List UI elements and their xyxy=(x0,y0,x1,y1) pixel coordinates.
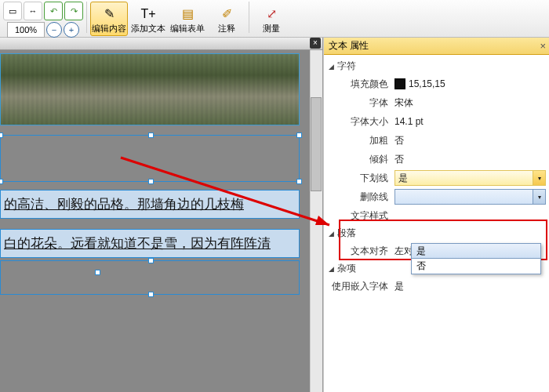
close-tab-icon[interactable]: × xyxy=(310,38,321,49)
collapse-icon: ◢ xyxy=(329,230,334,238)
ribbon-toolbar: ▭ ↔ ↶ ↷ − + ✎ 编辑内容 T+ 添加文本 ▤ 编辑表单 ✐ 注释 ⤢… xyxy=(0,0,549,38)
text-block[interactable]: 白的花朵。远看就知道不是雪，因为有阵阵清 xyxy=(0,229,300,258)
edit-content-label: 编辑内容 xyxy=(92,24,126,33)
edit-form-button[interactable]: ▤ 编辑表单 xyxy=(169,2,206,36)
color-text: 15,15,15 xyxy=(409,78,445,89)
underline-select[interactable]: 是▾ xyxy=(394,170,546,186)
resize-handle[interactable] xyxy=(0,179,3,184)
value: ▾ xyxy=(394,189,546,205)
measure-icon: ⤢ xyxy=(263,5,280,23)
resize-handle[interactable] xyxy=(148,132,154,138)
separator xyxy=(249,2,249,33)
measure-button[interactable]: ⤢ 测量 xyxy=(253,2,290,36)
page-canvas[interactable]: 的高洁、刚毅的品格。那墙角边的几枝梅 白的花朵。远看就知道不是雪，因为有阵阵清 xyxy=(0,50,310,392)
annotate-button[interactable]: ✐ 注释 xyxy=(208,2,245,36)
separator xyxy=(86,2,87,33)
label: 倾斜 xyxy=(327,153,394,166)
text-block[interactable]: 的高洁、刚毅的品格。那墙角边的几枝梅 xyxy=(0,190,300,219)
value[interactable]: 15,15,15 xyxy=(394,78,546,89)
label: 下划线 xyxy=(327,172,394,185)
chevron-down-icon[interactable]: ▾ xyxy=(533,171,545,185)
edit-content-button[interactable]: ✎ 编辑内容 xyxy=(90,2,128,36)
selection-box[interactable] xyxy=(0,135,300,182)
label: 加粗 xyxy=(327,134,394,147)
edit-form-icon: ▤ xyxy=(179,5,196,23)
label: 文本对齐 xyxy=(327,245,394,258)
collapse-icon: ◢ xyxy=(329,265,334,273)
scrollbar-thumb[interactable] xyxy=(311,97,322,191)
panel-title: 文本 属性 xyxy=(329,39,369,53)
row-fill-color: 填充颜色15,15,15 xyxy=(324,74,549,93)
row-underline: 下划线是▾ xyxy=(324,169,549,187)
document-tab-bar: × xyxy=(0,38,322,50)
value[interactable]: 否 xyxy=(394,134,546,147)
resize-handle[interactable] xyxy=(296,179,302,184)
value[interactable]: 否 xyxy=(394,153,546,166)
label: 文字样式 xyxy=(327,209,394,223)
value[interactable]: 宋体 xyxy=(394,96,546,110)
label: 字体大小 xyxy=(327,115,394,129)
edit-content-icon: ✎ xyxy=(100,5,118,23)
zoom-in-icon[interactable]: + xyxy=(64,22,79,38)
select-value: 是 xyxy=(398,172,408,185)
dropdown-option-no[interactable]: 否 xyxy=(412,258,540,274)
collapse-icon: ◢ xyxy=(329,63,334,71)
image-object[interactable] xyxy=(0,53,300,125)
add-text-icon: T+ xyxy=(140,5,157,23)
vertical-scrollbar[interactable] xyxy=(310,50,322,392)
label: 使用嵌入字体 xyxy=(327,280,394,293)
section-label: 杂项 xyxy=(337,262,356,275)
zoom-out-icon[interactable]: − xyxy=(46,22,62,38)
row-embed: 使用嵌入字体是 xyxy=(324,277,549,296)
panel-body: ◢字符 填充颜色15,15,15 字体宋体 字体大小14.1 pt 加粗否 倾斜… xyxy=(324,55,549,392)
resize-handle[interactable] xyxy=(148,292,154,297)
row-strike: 删除线▾ xyxy=(324,187,549,206)
section-label: 字符 xyxy=(337,60,356,73)
document-area: × 的高洁、刚毅的品格。那墙角边的几枝梅 白的花朵。远看就知道不是雪，因为有阵阵… xyxy=(0,38,323,392)
resize-handle[interactable] xyxy=(148,179,154,184)
rotate-right-icon[interactable]: ↷ xyxy=(64,2,83,20)
measure-label: 测量 xyxy=(263,24,280,33)
row-font-size: 字体大小14.1 pt xyxy=(324,112,549,131)
label: 删除线 xyxy=(327,191,394,204)
value: 是▾ xyxy=(394,170,546,186)
color-swatch[interactable] xyxy=(394,78,405,89)
row-bold: 加粗否 xyxy=(324,131,549,150)
value[interactable]: 14.1 pt xyxy=(394,116,546,127)
annotate-label: 注释 xyxy=(218,24,235,33)
add-text-label: 添加文本 xyxy=(131,24,165,33)
add-text-button[interactable]: T+ 添加文本 xyxy=(129,2,167,36)
row-italic: 倾斜否 xyxy=(324,150,549,169)
fit-width-icon[interactable]: ↔ xyxy=(24,2,42,20)
strike-select[interactable]: ▾ xyxy=(394,189,546,205)
view-group: ▭ ↔ ↶ ↷ − + xyxy=(3,2,83,38)
section-para[interactable]: ◢段落 xyxy=(324,225,549,241)
edit-form-label: 编辑表单 xyxy=(170,24,205,33)
fit-page-icon[interactable]: ▭ xyxy=(3,2,22,20)
row-font: 字体宋体 xyxy=(324,93,549,112)
panel-header: 文本 属性 × xyxy=(324,38,549,55)
rotate-left-icon[interactable]: ↶ xyxy=(44,2,63,20)
chevron-down-icon[interactable]: ▾ xyxy=(533,190,545,204)
strike-dropdown: 是 否 xyxy=(411,243,541,274)
row-textstyle: 文字样式 xyxy=(324,206,549,225)
main-area: × 的高洁、刚毅的品格。那墙角边的几枝梅 白的花朵。远看就知道不是雪，因为有阵阵… xyxy=(0,38,549,392)
close-panel-icon[interactable]: × xyxy=(540,40,546,52)
properties-panel: 文本 属性 × ◢字符 填充颜色15,15,15 字体宋体 字体大小14.1 p… xyxy=(323,38,549,392)
value[interactable]: 是 xyxy=(394,280,546,293)
resize-handle[interactable] xyxy=(0,132,3,138)
label: 填充颜色 xyxy=(327,78,394,91)
annotate-icon: ✐ xyxy=(218,5,235,23)
resize-handle[interactable] xyxy=(148,258,154,263)
label: 字体 xyxy=(327,96,394,110)
resize-handle[interactable] xyxy=(296,132,302,138)
dropdown-option-yes[interactable]: 是 xyxy=(411,243,541,259)
section-char[interactable]: ◢字符 xyxy=(324,58,549,74)
zoom-input[interactable] xyxy=(7,22,45,38)
selection-box[interactable] xyxy=(0,260,300,295)
zoom-control: − + xyxy=(7,22,79,38)
resize-handle[interactable] xyxy=(95,270,100,275)
section-label: 段落 xyxy=(337,227,356,240)
